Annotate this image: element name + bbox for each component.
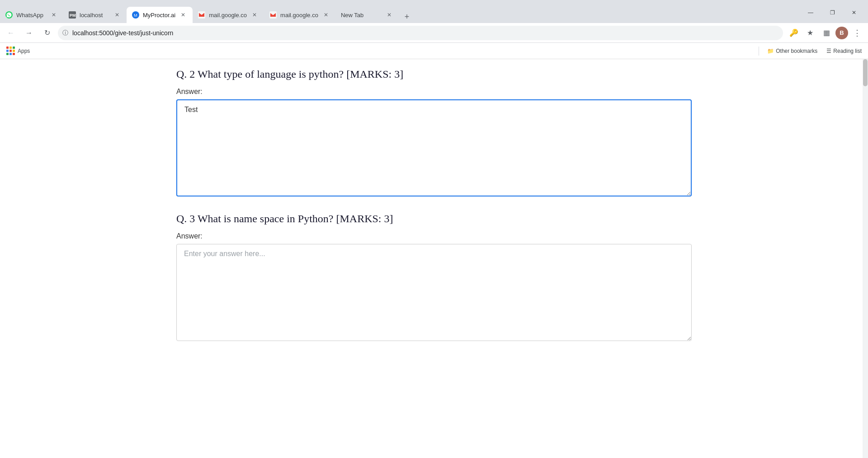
address-bar: ← → ↻ ⓘ 🔑 ★ ▦ B ⋮ — [0, 23, 868, 43]
apps-button[interactable]: Apps — [4, 45, 33, 57]
svg-text:M: M — [134, 13, 137, 18]
question-3-answer-label: Answer: — [176, 232, 692, 240]
page-content: Q. 2 What type of language is python? [M… — [0, 59, 868, 458]
question-2-block: Q. 2 What type of language is python? [M… — [176, 68, 692, 198]
tab-whatsapp-close[interactable]: ✕ — [50, 11, 58, 19]
tab-localhost[interactable]: PMA localhost ✕ — [63, 7, 127, 23]
reading-list-label: Reading list — [833, 48, 862, 54]
content-inner: Q. 2 What type of language is python? [M… — [118, 59, 750, 375]
tab-localhost-close[interactable]: ✕ — [113, 11, 121, 19]
security-icon: ⓘ — [62, 29, 68, 37]
svg-text:PMA: PMA — [70, 13, 76, 18]
tab-whatsapp[interactable]: WhatsApp ✕ — [0, 7, 63, 23]
other-bookmarks[interactable]: 📁 Other bookmarks — [764, 47, 820, 55]
extensions-icon[interactable]: ▦ — [819, 26, 834, 40]
close-button[interactable]: ✕ — [844, 6, 864, 19]
tab-myproctor-close[interactable]: ✕ — [179, 11, 187, 19]
tab-newtab-close[interactable]: ✕ — [385, 11, 393, 19]
reading-list[interactable]: ☰ Reading list — [824, 47, 864, 55]
tab-myproctor-label: MyProctor.ai — [143, 12, 175, 19]
maximize-button[interactable]: ❐ — [822, 6, 843, 19]
myproctor-icon: M — [132, 11, 139, 19]
other-bookmarks-label: Other bookmarks — [776, 48, 817, 54]
scrollbar-thumb[interactable] — [863, 59, 868, 86]
question-3-title: Q. 3 What is name space in Python? [MARK… — [176, 213, 692, 225]
tab-newtab[interactable]: New Tab ✕ — [335, 7, 399, 23]
apps-label: Apps — [18, 48, 30, 54]
new-tab-button[interactable]: + — [401, 10, 413, 23]
tab-mail1-label: mail.google.co — [209, 12, 247, 19]
scrollbar[interactable] — [863, 59, 868, 458]
address-input[interactable] — [58, 26, 783, 40]
tab-mail1-close[interactable]: ✕ — [250, 11, 259, 19]
whatsapp-icon — [5, 11, 13, 19]
back-button[interactable]: ← — [4, 26, 18, 40]
forward-button[interactable]: → — [22, 26, 36, 40]
question-2-title: Q. 2 What type of language is python? [M… — [176, 68, 692, 80]
question-2-answer-label: Answer: — [176, 88, 692, 96]
key-icon[interactable]: 🔑 — [787, 26, 801, 40]
question-3-answer-input[interactable] — [176, 244, 692, 341]
tab-mail2[interactable]: mail.google.co ✕ — [264, 7, 335, 23]
tab-localhost-label: localhost — [80, 12, 109, 19]
question-3-block: Q. 3 What is name space in Python? [MARK… — [176, 213, 692, 343]
bookmark-separator — [759, 47, 759, 56]
tab-mail2-close[interactable]: ✕ — [322, 11, 330, 19]
gmail1-icon — [198, 11, 205, 19]
tab-myproctor[interactable]: M MyProctor.ai ✕ — [127, 7, 193, 23]
reload-button[interactable]: ↻ — [40, 26, 54, 40]
bookmark-star-icon[interactable]: ★ — [803, 26, 817, 40]
tab-whatsapp-label: WhatsApp — [16, 12, 46, 19]
gmail2-icon — [269, 11, 277, 19]
reading-list-icon: ☰ — [826, 48, 831, 54]
bookmark-icon: 📁 — [767, 48, 774, 54]
apps-grid-icon — [6, 47, 15, 55]
page-wrapper: Q. 2 What type of language is python? [M… — [0, 59, 868, 458]
question-2-answer-input[interactable]: Test — [176, 99, 692, 196]
bookmarks-bar: Apps 📁 Other bookmarks ☰ Reading list — [0, 43, 868, 59]
tab-newtab-label: New Tab — [341, 12, 382, 19]
localhost-icon: PMA — [69, 11, 76, 19]
profile-avatar[interactable]: B — [835, 27, 848, 39]
minimize-button[interactable]: — — [800, 6, 821, 19]
menu-button[interactable]: ⋮ — [850, 26, 864, 40]
tab-mail1[interactable]: mail.google.co ✕ — [193, 7, 264, 23]
tab-mail2-label: mail.google.co — [280, 12, 318, 19]
